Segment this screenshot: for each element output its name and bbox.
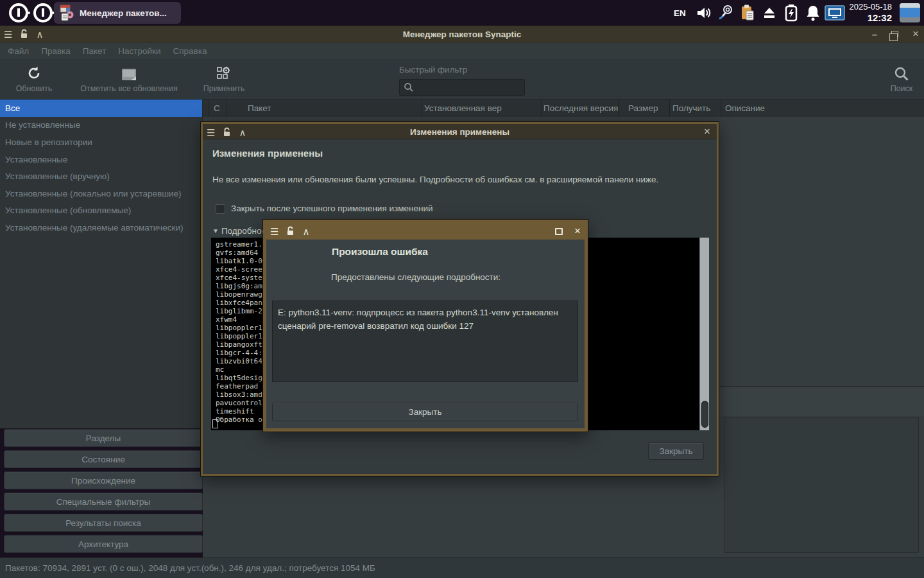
refresh-button[interactable]: Обновить <box>6 62 62 93</box>
column-download[interactable]: Получить <box>670 100 721 117</box>
rollup-icon[interactable]: ∧ <box>302 227 309 236</box>
panel-time: 12:32 <box>850 12 893 23</box>
error-dialog: ☰ ∧ × Произошла ошибка Предоставлены сле… <box>263 220 588 432</box>
architecture-button[interactable]: Архитектура <box>4 535 203 553</box>
description-header-area <box>719 387 924 416</box>
close-icon[interactable]: × <box>704 124 710 139</box>
column-size[interactable]: Размер <box>619 100 670 117</box>
menu-edit[interactable]: Правка <box>41 46 71 56</box>
refresh-icon <box>6 62 62 81</box>
dialog-titlebar[interactable]: ☰ ∧ Изменения применены × <box>203 124 717 139</box>
statusbar: Пакетов: 70934, 2891 уст. (0 с ош.), 204… <box>0 557 924 578</box>
menu-help[interactable]: Справка <box>173 46 207 56</box>
menubar: Файл Правка Пакет Настройки Справка <box>0 42 924 59</box>
error-heading: Произошла ошибка <box>332 246 428 258</box>
menu-package[interactable]: Пакет <box>83 46 107 56</box>
sidebar-item-installed[interactable]: Установленные <box>0 151 202 168</box>
apply-button[interactable]: Применить <box>194 62 253 93</box>
sidebar-item-not-installed[interactable]: Не установленные <box>0 117 202 134</box>
error-close-button[interactable]: Закрыть <box>272 403 578 421</box>
apply-label: Применить <box>194 84 253 93</box>
sidebar-item-installed-autoremovable[interactable]: Установленные (удаляемые автоматически) <box>0 219 202 236</box>
lock-icon[interactable] <box>286 226 295 236</box>
origin-button[interactable]: Происхождение <box>4 471 203 489</box>
sidebar-item-new-in-repository[interactable]: Новые в репозитории <box>0 134 202 151</box>
dialog-message: Не все изменения или обновления были усп… <box>212 175 658 184</box>
filter-sidebar: Все Не установленные Новые в репозитории… <box>0 100 203 428</box>
keyboard-layout-indicator[interactable]: EN <box>667 0 693 26</box>
close-after-success-checkbox[interactable] <box>216 204 225 214</box>
search-icon <box>404 82 414 92</box>
app-launcher-icon[interactable] <box>33 3 53 22</box>
checkbox-label: Закрыть после успешного применения измен… <box>231 204 433 213</box>
error-subheading: Предоставлены следующие подробности: <box>331 272 501 282</box>
search-button[interactable]: Поиск <box>882 60 921 93</box>
column-status[interactable]: С <box>209 100 227 117</box>
close-icon[interactable]: × <box>574 225 581 238</box>
toolbar: Обновить Отметить все обновления <box>0 59 924 100</box>
error-details-text: E: python3.11-venv: подпроцесс из пакета… <box>278 308 558 331</box>
apply-icon <box>194 62 253 81</box>
search-results-button[interactable]: Результаты поиска <box>4 514 203 532</box>
sections-button[interactable]: Разделы <box>4 429 203 447</box>
dialog-close-button[interactable]: Закрыть <box>648 442 704 460</box>
error-details-box: E: python3.11-venv: подпроцесс из пакета… <box>272 301 578 382</box>
close-button[interactable]: × <box>912 28 919 40</box>
app-launcher-icon[interactable] <box>9 3 28 22</box>
window-menu-icon[interactable]: ☰ <box>270 227 278 236</box>
window-titlebar[interactable]: ☰ ∧ Менеджер пакетов Synaptic – × <box>0 26 924 42</box>
column-package[interactable]: Пакет <box>227 100 422 117</box>
custom-filters-button[interactable]: Специальные фильтры <box>4 493 203 511</box>
notifications-bell-icon[interactable] <box>802 0 824 26</box>
status-button[interactable]: Состояние <box>4 450 203 468</box>
mark-all-label: Отметить все обновления <box>67 84 191 93</box>
refresh-label: Обновить <box>6 84 62 93</box>
sidebar-item-installed-local[interactable]: Установленные (локально или устаревшие) <box>0 185 202 202</box>
column-latest-version[interactable]: Последняя версия <box>542 100 619 117</box>
sidebar-item-installed-manual[interactable]: Установленные (вручную) <box>0 168 202 185</box>
column-description[interactable]: Описание <box>721 100 924 117</box>
workspace-pager[interactable] <box>896 0 924 26</box>
description-pane <box>724 417 919 553</box>
terminal-scrollbar[interactable] <box>699 238 709 430</box>
menu-settings[interactable]: Настройки <box>118 46 160 56</box>
chevron-down-icon: ▼ <box>212 227 219 234</box>
taskbar-window-button[interactable]: Менеджер пакетов... <box>54 2 181 24</box>
error-dialog-titlebar[interactable]: ☰ ∧ × <box>266 223 585 240</box>
maximize-button[interactable] <box>891 31 898 37</box>
sidebar-item-installed-upgradable[interactable]: Установленные (обновляемые) <box>0 202 202 220</box>
mark-all-upgrades-button[interactable]: Отметить все обновления <box>67 62 191 93</box>
volume-icon[interactable] <box>693 0 715 26</box>
window-title: Менеджер пакетов Synaptic <box>0 26 924 42</box>
synaptic-package-icon <box>58 4 74 22</box>
display-icon[interactable] <box>824 0 846 26</box>
search-icon <box>882 60 921 82</box>
sidebar-item-all[interactable]: Все <box>0 100 202 117</box>
search-label: Поиск <box>882 84 921 93</box>
battery-icon[interactable] <box>780 0 802 26</box>
eject-icon[interactable] <box>758 0 780 26</box>
quick-filter-input[interactable] <box>399 79 525 96</box>
mark-all-icon <box>67 62 191 81</box>
minimize-button[interactable]: – <box>872 29 877 40</box>
column-installed-version[interactable]: Установленная вер <box>422 100 542 117</box>
screenshot-tool-icon[interactable] <box>715 0 737 26</box>
top-panel: Менеджер пакетов... EN <box>0 0 924 26</box>
clock[interactable]: 2025-05-18 12:32 <box>850 3 893 23</box>
clipboard-icon[interactable] <box>737 0 758 26</box>
quick-filter-label: Быстрый фильтр <box>399 65 467 74</box>
taskbar-window-label: Менеджер пакетов... <box>80 8 167 18</box>
panel-date: 2025-05-18 <box>850 3 893 12</box>
statusbar-text: Пакетов: 70934, 2891 уст. (0 с ош.), 204… <box>5 563 375 573</box>
scrollbar-thumb[interactable] <box>701 401 708 428</box>
terminal-text: gstreamer1.0 gvfs:amd64 libatk1.0-0t xfc… <box>216 240 266 424</box>
dialog-heading: Изменения применены <box>212 148 323 159</box>
terminal-cursor <box>212 419 218 428</box>
column-spacer <box>203 100 209 117</box>
dialog-title: Изменения применены <box>203 124 717 139</box>
menu-file[interactable]: Файл <box>8 46 29 56</box>
package-table-header: С Пакет Установленная вер Последняя верс… <box>203 100 924 117</box>
maximize-button[interactable] <box>555 228 563 235</box>
